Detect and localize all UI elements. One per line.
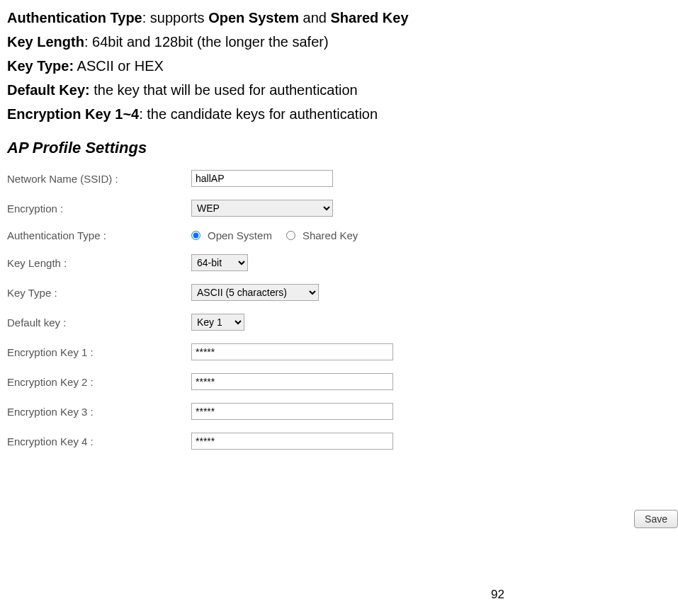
label-default-key: Default Key: <box>7 82 90 98</box>
label-auth-type-field: Authentication Type : <box>7 229 191 241</box>
label-enc-key-2: Encryption Key 2 : <box>7 376 191 388</box>
text-shared-key: Shared Key <box>330 10 408 25</box>
text-key-length-desc: : 64bit and 128bit (the longer the safer… <box>84 34 329 50</box>
row-enc-key-3: Encryption Key 3 : <box>7 403 671 420</box>
doc-line-auth-type: Authentication Type: supports Open Syste… <box>7 7 671 28</box>
save-button[interactable]: Save <box>634 510 678 528</box>
label-enc-keys: Encryption Key 1~4 <box>7 106 139 122</box>
enc-key-3-input[interactable] <box>191 403 393 420</box>
text-sep: : supports <box>142 10 208 25</box>
label-encryption: Encryption : <box>7 203 191 215</box>
text-key-type-desc: ASCII or HEX <box>74 58 164 74</box>
row-key-length: Key Length : 64-bit <box>7 254 671 271</box>
row-encryption: Encryption : WEP <box>7 200 671 217</box>
text-enc-keys-desc: : the candidate keys for authentication <box>139 106 378 122</box>
radio-open-system[interactable] <box>191 231 200 240</box>
doc-line-enc-keys: Encryption Key 1~4: the candidate keys f… <box>7 103 671 125</box>
label-key-length: Key Length <box>7 34 84 50</box>
panel-title: AP Profile Settings <box>7 139 671 157</box>
doc-line-key-type: Key Type: ASCII or HEX <box>7 55 671 76</box>
default-key-select[interactable]: Key 1 <box>191 314 244 331</box>
row-enc-key-4: Encryption Key 4 : <box>7 433 671 450</box>
auth-type-radio-group: Open System Shared Key <box>191 229 368 241</box>
page-number: 92 <box>491 588 504 602</box>
ssid-input[interactable] <box>191 170 333 187</box>
enc-key-2-input[interactable] <box>191 373 393 390</box>
doc-line-key-length: Key Length: 64bit and 128bit (the longer… <box>7 31 671 52</box>
ap-profile-panel: AP Profile Settings Network Name (SSID) … <box>7 139 671 450</box>
label-ssid: Network Name (SSID) : <box>7 173 191 185</box>
enc-key-4-input[interactable] <box>191 433 393 450</box>
label-auth-type: Authentication Type <box>7 10 142 25</box>
radio-label-shared-key: Shared Key <box>303 229 358 241</box>
label-enc-key-3: Encryption Key 3 : <box>7 406 191 418</box>
label-enc-key-1: Encryption Key 1 : <box>7 346 191 358</box>
doc-line-default-key: Default Key: the key that will be used f… <box>7 79 671 101</box>
label-key-type-field: Key Type : <box>7 287 191 299</box>
text-and: and <box>299 10 330 25</box>
row-default-key: Default key : Key 1 <box>7 314 671 331</box>
label-key-length-field: Key Length : <box>7 257 191 269</box>
radio-label-open-system: Open System <box>208 229 272 241</box>
radio-shared-key[interactable] <box>286 231 295 240</box>
text-open-system: Open System <box>208 10 299 25</box>
row-ssid: Network Name (SSID) : <box>7 170 671 187</box>
key-type-select[interactable]: ASCII (5 characters) <box>191 284 319 301</box>
enc-key-1-input[interactable] <box>191 343 393 360</box>
encryption-select[interactable]: WEP <box>191 200 333 217</box>
label-key-type: Key Type: <box>7 58 74 74</box>
text-default-key-desc: the key that will be used for authentica… <box>90 82 358 98</box>
label-enc-key-4: Encryption Key 4 : <box>7 435 191 447</box>
row-auth-type: Authentication Type : Open System Shared… <box>7 229 671 241</box>
label-default-key-field: Default key : <box>7 316 191 329</box>
key-length-select[interactable]: 64-bit <box>191 254 248 271</box>
row-key-type: Key Type : ASCII (5 characters) <box>7 284 671 301</box>
row-enc-key-2: Encryption Key 2 : <box>7 373 671 390</box>
row-enc-key-1: Encryption Key 1 : <box>7 343 671 360</box>
